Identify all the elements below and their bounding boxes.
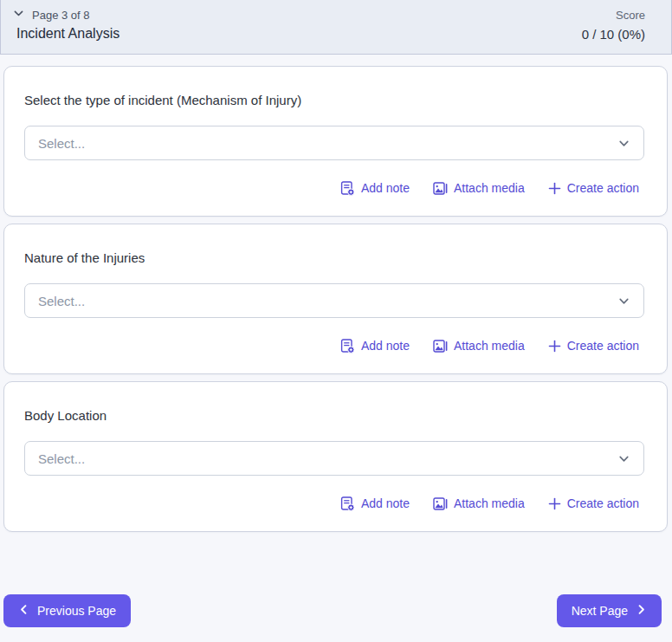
create-action-label: Create action: [567, 181, 639, 195]
attach-media-button[interactable]: Attach media: [433, 496, 525, 511]
select-placeholder: Select...: [38, 294, 85, 308]
score-label: Score: [616, 9, 645, 22]
add-note-button[interactable]: Add note: [340, 339, 410, 353]
question-actions: Add note Attach media Create action: [24, 495, 644, 512]
select-placeholder: Select...: [38, 451, 85, 466]
nature-of-injuries-select[interactable]: Select...: [24, 283, 644, 318]
create-action-label: Create action: [567, 339, 639, 353]
attach-media-label: Attach media: [454, 181, 525, 195]
question-actions: Add note Attach media Create action: [24, 179, 644, 197]
plus-icon: [548, 182, 561, 195]
create-action-label: Create action: [567, 496, 639, 510]
chevron-down-icon: [617, 137, 630, 150]
attach-media-label: Attach media: [454, 339, 525, 353]
image-icon: [433, 496, 448, 511]
previous-page-label: Previous Page: [37, 604, 116, 618]
questions-list: Select the type of incident (Mechanism o…: [3, 66, 668, 532]
add-note-label: Add note: [361, 181, 410, 195]
page-title: Incident Analysis: [16, 26, 120, 42]
page-header: Page 3 of 8 Score Incident Analysis 0 / …: [0, 0, 672, 55]
select-placeholder: Select...: [38, 136, 85, 151]
inspection-page: Page 3 of 8 Score Incident Analysis 0 / …: [0, 0, 672, 642]
chevron-down-icon: [617, 295, 630, 308]
image-icon: [433, 181, 448, 196]
page-navigation: Previous Page Next Page: [3, 594, 662, 627]
question-title: Nature of the Injuries: [24, 250, 644, 267]
chevron-left-icon: [18, 604, 29, 618]
body-location-select[interactable]: Select...: [24, 441, 644, 476]
note-plus-icon: [340, 339, 355, 353]
image-icon: [433, 339, 448, 353]
note-plus-icon: [340, 181, 355, 196]
question-title: Select the type of incident (Mechanism o…: [24, 92, 644, 109]
highlighted-text: Select the type of incident (Mechanism o…: [24, 93, 301, 107]
question-title: Body Location: [24, 407, 644, 425]
next-page-button[interactable]: Next Page: [557, 594, 662, 627]
chevron-down-icon: [13, 8, 24, 22]
plus-icon: [548, 340, 561, 353]
question-card-body-location: Body Location Select... Add note: [3, 381, 668, 532]
add-note-button[interactable]: Add note: [340, 181, 410, 196]
chevron-down-icon: [617, 452, 630, 465]
create-action-button[interactable]: Create action: [548, 496, 639, 510]
attach-media-button[interactable]: Attach media: [433, 181, 525, 196]
incident-type-select[interactable]: Select...: [24, 126, 644, 160]
chevron-right-icon: [636, 604, 647, 618]
highlighted-text: Body Location: [24, 408, 107, 423]
question-card-incident-type: Select the type of incident (Mechanism o…: [3, 66, 668, 217]
page-collapse-toggle[interactable]: [13, 8, 24, 22]
create-action-button[interactable]: Create action: [548, 339, 639, 353]
add-note-label: Add note: [361, 339, 410, 353]
score-value: 0 / 10 (0%): [582, 27, 645, 42]
page-indicator: Page 3 of 8: [32, 9, 90, 22]
add-note-button[interactable]: Add note: [340, 496, 410, 511]
add-note-label: Add note: [361, 496, 410, 510]
create-action-button[interactable]: Create action: [548, 181, 639, 195]
next-page-label: Next Page: [572, 604, 628, 618]
question-actions: Add note Attach media Create action: [24, 337, 644, 354]
attach-media-button[interactable]: Attach media: [433, 339, 525, 353]
plus-icon: [548, 497, 561, 510]
note-plus-icon: [340, 496, 355, 511]
attach-media-label: Attach media: [454, 496, 525, 510]
highlighted-text: Nature of the Injuries: [24, 250, 145, 265]
question-card-nature-of-injuries: Nature of the Injuries Select... Add not…: [3, 224, 668, 374]
previous-page-button[interactable]: Previous Page: [3, 594, 131, 627]
